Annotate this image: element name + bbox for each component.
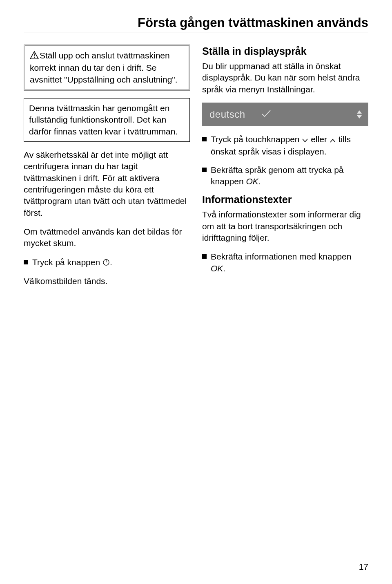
bullet-text: Tryck på knappen . <box>32 257 112 269</box>
safety-paragraph: Av säkerhetsskäl är det inte möjligt att… <box>24 149 190 219</box>
bullet-text: Bekräfta informationen med knappen OK. <box>211 251 368 274</box>
bullet-press-touch: Tryck på touchknappen eller tills önskat… <box>202 134 368 158</box>
info-box-text: Denna tvättmaskin har genomgått en fulls… <box>29 103 178 136</box>
info-box: Denna tvättmaskin har genomgått en fulls… <box>24 98 190 142</box>
page-title: Första gången tvättmaskinen används <box>24 16 368 33</box>
bullet-text: Tryck på touchknappen eller tills önskat… <box>211 134 368 158</box>
display-panel: deutsch <box>202 103 368 126</box>
warning-box: Ställ upp och anslut tvättmaskinen korre… <box>24 45 190 91</box>
foam-paragraph: Om tvättmedel används kan det bildas för… <box>24 226 190 249</box>
warning-icon <box>30 51 39 62</box>
warning-text: Ställ upp och anslut tvättmaskinen korre… <box>30 51 178 84</box>
welcome-paragraph: Välkomstbilden tänds. <box>24 275 190 287</box>
bullet-press-power: Tryck på knappen . <box>24 257 190 269</box>
ok-label: OK <box>211 264 223 273</box>
svg-marker-6 <box>357 115 362 119</box>
check-icon <box>261 108 272 121</box>
display-language-label: deutsch <box>209 109 245 120</box>
bullet-icon <box>202 168 207 172</box>
content-columns: Ställ upp och anslut tvättmaskinen korre… <box>24 45 368 295</box>
language-intro: Du blir uppmanad att ställa in önskat di… <box>202 60 368 95</box>
heading-display-language: Ställa in displayspråk <box>202 45 368 57</box>
chevron-up-icon <box>330 134 336 146</box>
page-number: 17 <box>359 562 368 572</box>
bullet-confirm-language: Bekräfta språk genom att trycka på knapp… <box>202 164 368 188</box>
bullet-text: Bekräfta språk genom att trycka på knapp… <box>211 164 368 188</box>
svg-marker-5 <box>357 110 362 114</box>
bullet-confirm-info: Bekräfta informationen med knappen OK. <box>202 251 368 274</box>
bullet-icon <box>202 137 207 141</box>
info-texts-paragraph: Två informationstexter som informerar di… <box>202 209 368 244</box>
right-column: Ställa in displayspråk Du blir uppmanad … <box>202 45 368 295</box>
bullet-icon <box>24 260 28 264</box>
ok-label: OK <box>246 177 258 186</box>
chevron-down-icon <box>302 134 308 146</box>
bullet-icon <box>202 254 207 259</box>
up-down-arrows-icon <box>356 110 363 119</box>
svg-point-2 <box>34 57 35 58</box>
left-column: Ställ upp och anslut tvättmaskinen korre… <box>24 45 190 295</box>
power-icon <box>102 257 110 269</box>
heading-info-texts: Informationstexter <box>202 194 368 206</box>
